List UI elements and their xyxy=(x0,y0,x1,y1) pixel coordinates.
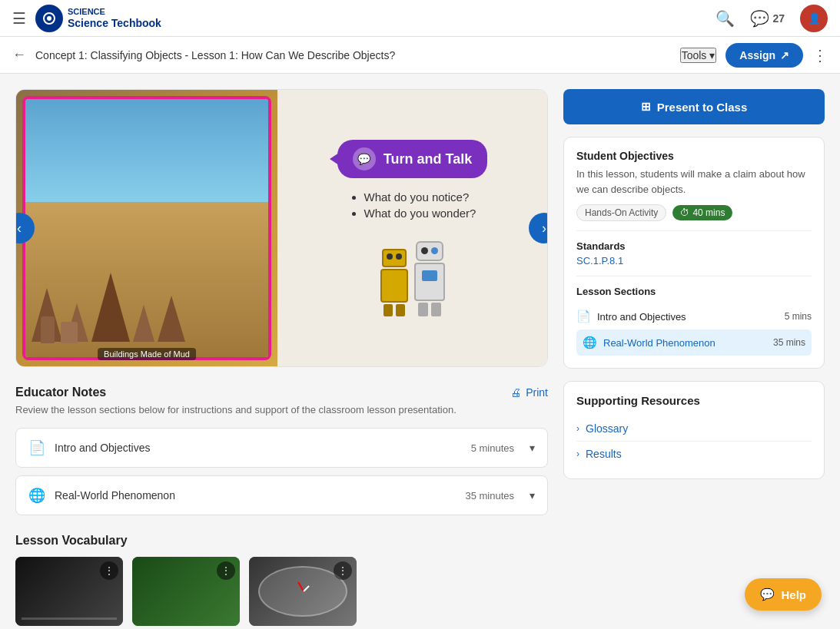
print-icon: 🖨 xyxy=(510,386,521,399)
educator-notes-header: Educator Notes 🖨 Print xyxy=(15,386,548,399)
hamburger-icon[interactable]: ☰ xyxy=(12,9,26,28)
user-avatar[interactable]: 👤 xyxy=(800,5,828,32)
slide-image-placeholder xyxy=(25,99,268,357)
logo-area: SCIENCEScience Techbook xyxy=(35,5,161,32)
educator-section-row[interactable]: 📄 Intro and Objectives 5 minutes ▾ xyxy=(15,428,548,468)
help-label: Help xyxy=(781,588,806,601)
ls-real-world-icon: 🌐 xyxy=(583,336,597,349)
question-2: What do you wonder? xyxy=(364,207,476,220)
hands-on-badge: Hands-On Activity xyxy=(576,204,666,221)
more-options-button[interactable]: ⋮ xyxy=(812,46,828,65)
student-objectives-desc: In this lesson, students will make a cla… xyxy=(576,167,812,197)
lesson-sections-label: Lesson Sections xyxy=(576,286,812,297)
turn-talk-bubble: 💬 Turn and Talk xyxy=(337,140,487,178)
badge-row: Hands-On Activity ⏱ 40 mins xyxy=(576,204,812,221)
search-icon[interactable]: 🔍 xyxy=(715,9,735,28)
ls-real-world-time: 35 mins xyxy=(773,337,805,348)
educator-section-row-2[interactable]: 🌐 Real-World Phenomenon 35 minutes ▾ xyxy=(15,475,548,515)
vocab-card-2-menu[interactable]: ⋮ xyxy=(217,561,235,580)
supporting-resources-title: Supporting Resources xyxy=(576,394,812,407)
lesson-vocabulary-title: Lesson Vocabulary xyxy=(15,534,548,548)
tools-chevron-icon: ▾ xyxy=(709,49,715,61)
glossary-chevron-icon: › xyxy=(576,423,579,434)
tools-label: Tools xyxy=(682,49,707,61)
time-icon: ⏱ xyxy=(680,207,689,218)
intro-objectives-name: Intro and Objectives xyxy=(55,442,462,454)
slide-inner: Buildings Made of Mud 💬 Turn and Talk Wh… xyxy=(16,90,547,366)
bubble-icon: 💬 xyxy=(353,147,376,170)
standard-link[interactable]: SC.1.P.8.1 xyxy=(576,255,812,266)
divider-2 xyxy=(576,276,812,276)
lesson-section-intro[interactable]: 📄 Intro and Objectives 5 mins xyxy=(576,303,812,329)
turn-talk-label: Turn and Talk xyxy=(383,151,472,167)
lesson-section-real-world[interactable]: 🌐 Real-World Phenomenon 35 mins xyxy=(576,329,812,356)
intro-objectives-icon: 📄 xyxy=(28,439,45,456)
ls-intro-name: Intro and Objectives xyxy=(597,311,779,323)
help-button[interactable]: 💬 Help xyxy=(745,578,822,611)
real-world-chevron[interactable]: ▾ xyxy=(530,489,535,502)
breadcrumb: Concept 1: Classifying Objects - Lesson … xyxy=(35,49,671,61)
student-objectives-title: Student Objectives xyxy=(576,150,812,162)
glossary-label: Glossary xyxy=(586,422,628,435)
educator-notes-title: Educator Notes xyxy=(15,386,106,399)
svg-point-2 xyxy=(47,16,51,21)
top-nav: ☰ SCIENCEScience Techbook 🔍 💬 27 👤 xyxy=(0,0,840,37)
present-label: Present to Class xyxy=(657,101,748,114)
present-icon: ⊞ xyxy=(641,100,651,114)
vocab-card-1[interactable]: ⋮ xyxy=(15,557,123,626)
slide-image-frame xyxy=(22,96,271,360)
vocab-card-2[interactable]: ⋮ xyxy=(132,557,240,626)
standards-label: Standards xyxy=(576,240,812,252)
slide-questions: What do you notice? What do you wonder? xyxy=(349,190,476,223)
breadcrumb-bar: ← Concept 1: Classifying Objects - Lesso… xyxy=(0,37,840,74)
notification-icon: 💬 xyxy=(750,9,769,28)
vocab-card-3[interactable]: ⋮ xyxy=(249,557,357,626)
glossary-item[interactable]: › Glossary xyxy=(576,416,812,441)
print-button[interactable]: 🖨 Print xyxy=(510,386,548,399)
divider-1 xyxy=(576,230,812,231)
real-world-name: Real-World Phenomenon xyxy=(55,489,456,502)
slide-image-background xyxy=(16,90,277,366)
results-chevron-icon: › xyxy=(576,449,579,459)
results-item[interactable]: › Results xyxy=(576,442,812,466)
slide-card: Buildings Made of Mud 💬 Turn and Talk Wh… xyxy=(15,89,548,367)
logo-icon xyxy=(35,5,63,32)
intro-objectives-time: 5 minutes xyxy=(471,442,514,454)
tools-button[interactable]: Tools ▾ xyxy=(680,48,717,63)
notifications-button[interactable]: 💬 27 xyxy=(750,9,785,28)
assign-label: Assign xyxy=(739,49,775,61)
right-panel: ⊞ Present to Class Student Objectives In… xyxy=(563,89,825,626)
slide-image-area: Buildings Made of Mud xyxy=(16,90,277,366)
assign-button[interactable]: Assign ↗ xyxy=(725,43,803,68)
real-world-time: 35 minutes xyxy=(465,490,514,502)
ls-intro-time: 5 mins xyxy=(785,311,812,322)
back-button[interactable]: ← xyxy=(12,47,26,63)
logo-text: SCIENCEScience Techbook xyxy=(68,7,161,30)
slide-caption: Buildings Made of Mud xyxy=(98,348,196,360)
educator-notes-desc: Review the lesson sections below for ins… xyxy=(15,404,548,415)
supporting-resources-card: Supporting Resources › Glossary › Result… xyxy=(563,381,825,479)
assign-share-icon: ↗ xyxy=(780,49,789,61)
ls-intro-icon: 📄 xyxy=(576,310,591,323)
vocab-card-1-menu[interactable]: ⋮ xyxy=(100,561,118,580)
main-layout: Buildings Made of Mud 💬 Turn and Talk Wh… xyxy=(0,74,840,629)
vocab-cards: ⋮ ⋮ ⋮ xyxy=(15,557,548,626)
educator-notes-section: Educator Notes 🖨 Print Review the lesson… xyxy=(15,386,548,515)
time-badge: ⏱ 40 mins xyxy=(672,205,732,220)
left-panel: Buildings Made of Mud 💬 Turn and Talk Wh… xyxy=(15,89,548,626)
results-label: Results xyxy=(586,448,622,460)
notification-count: 27 xyxy=(772,12,785,25)
present-to-class-button[interactable]: ⊞ Present to Class xyxy=(563,89,825,124)
print-label: Print xyxy=(526,386,548,399)
question-1: What do you notice? xyxy=(364,190,476,204)
vocab-card-3-menu[interactable]: ⋮ xyxy=(334,561,352,580)
slide-robots xyxy=(380,241,445,316)
intro-objectives-chevron[interactable]: ▾ xyxy=(530,442,535,454)
student-info-card: Student Objectives In this lesson, stude… xyxy=(563,137,825,369)
real-world-icon: 🌐 xyxy=(28,487,45,504)
help-icon: 💬 xyxy=(760,588,775,601)
slide-content-area: 💬 Turn and Talk What do you notice? What… xyxy=(277,90,547,366)
ls-real-world-name: Real-World Phenomenon xyxy=(603,337,767,349)
lesson-vocabulary-section: Lesson Vocabulary ⋮ ⋮ xyxy=(15,534,548,626)
